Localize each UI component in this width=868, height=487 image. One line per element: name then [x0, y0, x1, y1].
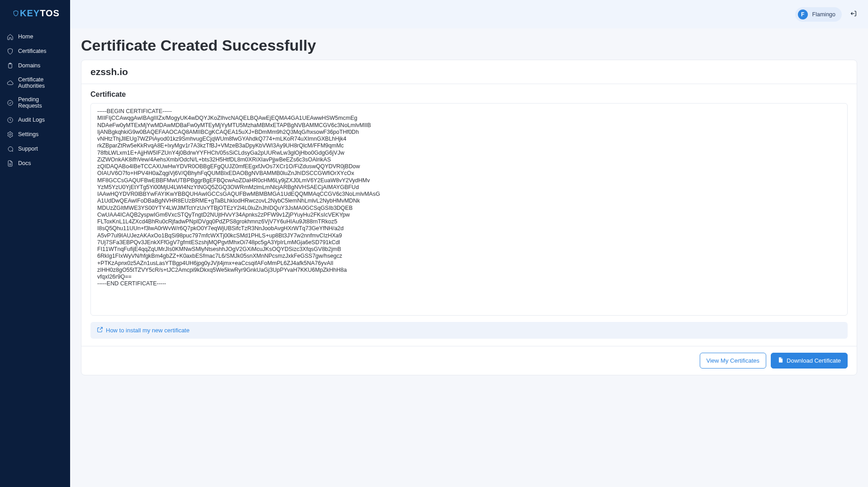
nav-label: Audit Logs	[18, 117, 45, 123]
nav-item-docs[interactable]: Docs	[0, 156, 70, 170]
nav: Home Certificates Domains Certificate Au…	[0, 27, 70, 170]
file-icon	[6, 160, 14, 167]
chat-icon	[6, 145, 14, 152]
main: F Flamingo Certificate Created Successfu…	[70, 0, 868, 487]
logout-icon	[850, 10, 857, 19]
view-my-certificates-button[interactable]: View My Certificates	[700, 353, 767, 369]
user-menu[interactable]: F Flamingo	[795, 7, 842, 22]
certificate-section-label: Certificate	[90, 90, 848, 99]
logo-shield-icon	[13, 10, 20, 17]
card-body: Certificate -----BEGIN CERTIFICATE----- …	[81, 84, 857, 346]
content: Certificate Created Successfully ezssh.i…	[70, 28, 868, 487]
clock-check-icon	[6, 99, 14, 106]
avatar-initial: F	[801, 11, 804, 18]
nav-item-audit-logs[interactable]: Audit Logs	[0, 113, 70, 127]
history-icon	[6, 116, 14, 123]
nav-item-support[interactable]: Support	[0, 142, 70, 156]
nav-label: Certificate Authorities	[18, 76, 64, 89]
nav-label: Certificates	[18, 48, 47, 54]
logout-button[interactable]	[847, 8, 860, 21]
logo-text: KEYTOS	[20, 8, 60, 19]
certificate-text-box[interactable]: -----BEGIN CERTIFICATE----- MIIFIjCCAwqg…	[90, 103, 848, 316]
button-label: Download Certificate	[787, 357, 841, 364]
nav-label: Docs	[18, 160, 31, 166]
nav-item-pending-requests[interactable]: Pending Requests	[0, 93, 70, 113]
clipboard-icon	[6, 62, 14, 69]
nav-item-home[interactable]: Home	[0, 29, 70, 44]
svg-point-2	[7, 100, 12, 105]
install-help-label: How to install my new certificate	[106, 327, 190, 334]
svg-point-4	[9, 133, 11, 135]
nav-label: Pending Requests	[18, 96, 64, 109]
logo[interactable]: KEYTOS	[0, 0, 70, 27]
domain-name: ezssh.io	[90, 66, 848, 83]
card-header: ezssh.io	[81, 60, 857, 84]
nav-item-domains[interactable]: Domains	[0, 58, 70, 73]
install-help-banner: How to install my new certificate	[90, 322, 848, 339]
nav-label: Home	[18, 33, 33, 40]
install-help-link[interactable]: How to install my new certificate	[97, 326, 190, 334]
download-certificate-button[interactable]: Download Certificate	[771, 353, 848, 369]
shield-icon	[6, 47, 14, 55]
button-label: View My Certificates	[707, 357, 760, 364]
download-icon	[778, 357, 784, 364]
topbar: F Flamingo	[70, 0, 868, 28]
page-title: Certificate Created Successfully	[81, 37, 857, 54]
gear-icon	[6, 131, 14, 138]
nav-label: Support	[18, 146, 38, 152]
user-name: Flamingo	[812, 11, 835, 18]
nav-item-certificates[interactable]: Certificates	[0, 44, 70, 58]
certificate-text: -----BEGIN CERTIFICATE----- MIIFIjCCAwqg…	[97, 108, 841, 288]
external-link-icon	[97, 326, 103, 334]
certificate-card: ezssh.io Certificate -----BEGIN CERTIFIC…	[81, 60, 857, 375]
sidebar: KEYTOS Home Certificates Domains Cert	[0, 0, 70, 487]
home-icon	[6, 33, 14, 40]
cloud-icon	[6, 79, 14, 86]
nav-label: Domains	[18, 62, 40, 69]
avatar: F	[798, 9, 808, 19]
card-footer: View My Certificates Download Certificat…	[81, 346, 857, 375]
nav-item-settings[interactable]: Settings	[0, 127, 70, 142]
nav-item-certificate-authorities[interactable]: Certificate Authorities	[0, 73, 70, 93]
nav-label: Settings	[18, 131, 38, 137]
